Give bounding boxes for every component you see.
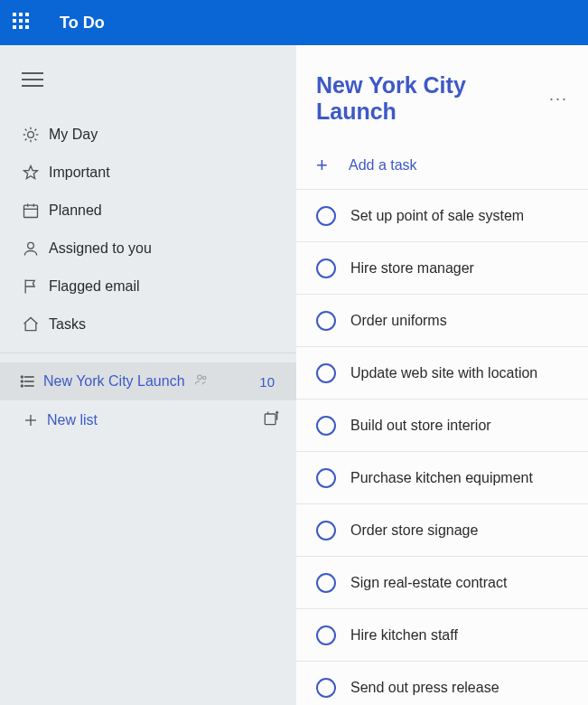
task-complete-circle[interactable] [316,678,336,698]
task-title: Update web site with location [350,365,537,381]
task-title: Order store signage [350,522,478,539]
list-title: New York City Launch [316,72,533,125]
task-row[interactable]: Order uniforms [296,295,588,347]
sidebar-item-important[interactable]: Important [0,154,296,192]
svg-line-8 [35,129,37,131]
task-title: Build out store interior [350,418,491,434]
sidebar-divider [0,352,296,353]
sun-icon [18,126,43,144]
new-list-button[interactable]: New list [0,400,296,440]
task-complete-circle[interactable] [316,573,336,593]
hamburger-icon[interactable] [22,72,43,87]
app-header: To Do [0,0,588,45]
svg-rect-10 [24,205,38,217]
task-complete-circle[interactable] [316,468,336,488]
task-row[interactable]: Set up point of sale system [296,190,588,242]
main-pane: New York City Launch ··· + Add a task Se… [296,45,588,705]
new-list-label: New list [47,412,98,428]
task-row[interactable]: Order store signage [296,504,588,557]
sidebar-item-label: Planned [49,202,102,219]
svg-line-7 [25,139,27,141]
home-icon [18,315,43,334]
sidebar-list-label: New York City Launch [43,373,185,390]
task-complete-circle[interactable] [316,521,336,540]
task-complete-circle[interactable] [316,416,336,436]
list-header: New York City Launch ··· [296,72,588,141]
task-complete-circle[interactable] [316,258,336,278]
task-row[interactable]: Build out store interior [296,400,588,452]
star-icon [18,164,43,182]
list-options-button[interactable]: ··· [549,89,568,108]
svg-point-21 [22,376,23,378]
svg-point-24 [197,375,201,380]
person-icon [18,240,43,258]
task-list: Set up point of sale systemHire store ma… [296,190,588,705]
sidebar-item-planned[interactable]: Planned [0,192,296,230]
task-row[interactable]: Purchase kitchen equipment [296,452,588,504]
svg-line-5 [25,129,27,131]
plus-icon [18,412,43,428]
new-group-icon[interactable] [262,409,280,431]
add-task-placeholder: Add a task [349,157,417,174]
task-row[interactable]: Hire kitchen staff [296,609,588,662]
sidebar-item-label: My Day [49,127,98,143]
add-task-input[interactable]: + Add a task [296,141,588,190]
sidebar-item-label: Assigned to you [49,240,152,257]
svg-point-25 [202,376,205,379]
task-row[interactable]: Send out press release [296,662,588,705]
task-row[interactable]: Sign real-estate contract [296,557,588,609]
task-row[interactable]: Hire store manager [296,242,588,295]
sidebar-item-label: Tasks [49,316,86,333]
task-title: Purchase kitchen equipment [350,470,533,486]
sidebar-item-flagged[interactable]: Flagged email [0,268,296,306]
task-title: Send out press release [350,680,499,696]
list-icon [13,372,43,390]
task-title: Order uniforms [350,313,447,329]
task-title: Sign real-estate contract [350,575,507,591]
plus-icon: + [316,154,343,177]
task-complete-circle[interactable] [316,206,336,226]
sidebar-item-tasks[interactable]: Tasks [0,306,296,343]
flag-icon [18,277,43,296]
calendar-icon [18,202,43,220]
svg-point-23 [22,385,23,387]
app-title: To Do [60,14,105,33]
task-complete-circle[interactable] [316,625,336,645]
svg-point-0 [28,132,34,138]
task-complete-circle[interactable] [316,311,336,331]
sidebar-item-assigned[interactable]: Assigned to you [0,230,296,268]
task-row[interactable]: Update web site with location [296,347,588,400]
svg-marker-9 [24,166,38,179]
app-launcher-icon[interactable] [13,13,33,33]
task-title: Set up point of sale system [350,208,524,224]
sidebar-item-my-day[interactable]: My Day [0,116,296,154]
svg-point-22 [22,381,23,382]
task-title: Hire kitchen staff [350,627,458,644]
task-complete-circle[interactable] [316,363,336,383]
svg-rect-28 [265,414,275,425]
sidebar-list-nyc-launch[interactable]: New York City Launch 10 [0,362,296,400]
sidebar-item-label: Important [49,164,110,181]
svg-point-17 [28,242,34,249]
task-title: Hire store manager [350,260,474,277]
people-icon [194,372,209,390]
task-count: 10 [259,374,280,390]
sidebar-item-label: Flagged email [49,278,140,295]
sidebar: My Day Important Planned [0,45,296,705]
svg-line-6 [35,139,37,141]
